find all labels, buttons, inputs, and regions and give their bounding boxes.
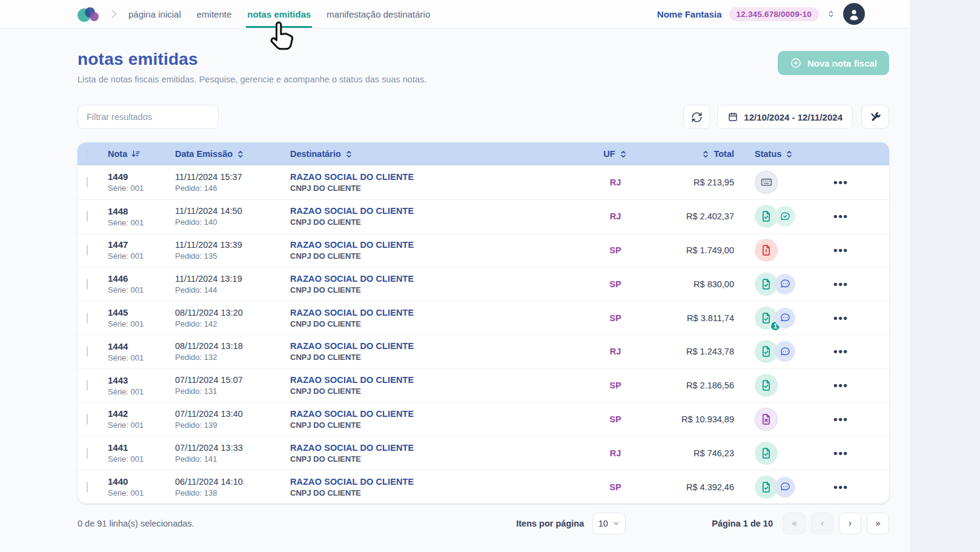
recipient-name[interactable]: RAZAO SOCIAL DO CLIENTE	[290, 409, 581, 419]
chat-dots-icon[interactable]	[775, 274, 795, 294]
recipient-name[interactable]: RAZAO SOCIAL DO CLIENTE	[290, 172, 581, 182]
row-checkbox[interactable]	[87, 414, 88, 425]
refresh-button[interactable]	[683, 105, 710, 129]
row-actions-button[interactable]: •••	[824, 348, 889, 354]
row-actions-button[interactable]: •••	[824, 281, 889, 287]
recipient-name[interactable]: RAZAO SOCIAL DO CLIENTE	[290, 206, 581, 216]
row-checkbox[interactable]	[87, 313, 88, 324]
company-cnpj-badge[interactable]: 12.345.678/0009-10	[729, 7, 819, 21]
recipient-name[interactable]: RAZAO SOCIAL DO CLIENTE	[290, 477, 581, 487]
order-number: Pedido: 141	[175, 454, 290, 464]
table-row: 1447 Série: 001 11/11/2024 13:39 Pedido:…	[78, 233, 889, 267]
doc-check-icon[interactable]	[755, 442, 778, 465]
recipient-name[interactable]: RAZAO SOCIAL DO CLIENTE	[290, 341, 581, 351]
row-checkbox[interactable]	[87, 279, 88, 290]
row-checkbox[interactable]	[87, 245, 88, 256]
table-row: 1443 Série: 001 07/11/2024 15:07 Pedido:…	[78, 368, 889, 402]
issue-datetime: 07/11/2024 15:07	[175, 375, 290, 385]
recipient-name[interactable]: RAZAO SOCIAL DO CLIENTE	[290, 308, 581, 318]
pagination: Página 1 de 10 « ‹ › »	[712, 513, 889, 534]
table-toolbar: 12/10/2024 - 12/11/2024	[78, 105, 889, 129]
column-header-data-emissao[interactable]: Data Emissão	[175, 149, 290, 159]
last-page-button[interactable]: »	[867, 513, 889, 534]
invoice-series: Série: 001	[108, 251, 175, 261]
order-number: Pedido: 140	[175, 218, 290, 227]
nav-item-pagina-inicial[interactable]: página inicial	[128, 1, 181, 27]
row-actions-button[interactable]: •••	[824, 450, 889, 456]
recipient-cnpj: CNPJ DO CLIENTE	[290, 218, 581, 227]
invoice-number: 1445	[108, 307, 175, 318]
recipient-cnpj: CNPJ DO CLIENTE	[290, 319, 581, 328]
nav-item-emitente[interactable]: emitente	[197, 1, 232, 27]
issue-datetime: 08/11/2024 13:20	[175, 308, 290, 318]
row-checkbox[interactable]	[87, 448, 88, 459]
doc-x-icon[interactable]	[755, 408, 778, 431]
filter-input[interactable]	[78, 105, 219, 129]
uf-state: RJ	[581, 211, 649, 221]
row-actions-button[interactable]: •••	[824, 416, 889, 422]
company-switcher-icon[interactable]	[826, 9, 836, 19]
table-row: 1445 Série: 001 08/11/2024 13:20 Pedido:…	[78, 301, 889, 334]
chat-check-icon[interactable]	[775, 206, 795, 227]
invoice-number: 1441	[108, 442, 175, 453]
total-amount: R$ 10.934,89	[649, 414, 746, 424]
column-header-destinatario[interactable]: Destinatário	[290, 149, 581, 159]
column-header-nota[interactable]: Nota	[108, 149, 175, 159]
uf-state: RJ	[581, 347, 649, 356]
total-amount: R$ 213,95	[649, 178, 746, 187]
row-actions-button[interactable]: •••	[824, 213, 889, 219]
status-icons	[746, 442, 824, 465]
nav-item-notas-emitidas[interactable]: notas emitidas	[247, 1, 311, 27]
invoice-number: 1449	[108, 171, 175, 182]
invoice-number: 1448	[108, 206, 175, 216]
plus-circle-icon	[790, 57, 802, 69]
row-checkbox[interactable]	[87, 380, 88, 391]
chat-dots-icon[interactable]	[775, 477, 795, 497]
row-checkbox[interactable]	[87, 177, 88, 188]
row-actions-button[interactable]: •••	[824, 382, 889, 388]
nav-item-manifestacao-destinatario[interactable]: manifestação destinatário	[326, 1, 430, 27]
user-avatar[interactable]	[843, 3, 865, 25]
row-actions-button[interactable]: •••	[824, 247, 889, 253]
recipient-name[interactable]: RAZAO SOCIAL DO CLIENTE	[290, 274, 581, 284]
row-actions-button[interactable]: •••	[824, 315, 889, 321]
row-actions-button[interactable]: •••	[824, 179, 889, 185]
invoice-number: 1446	[108, 273, 175, 284]
doc-check-icon[interactable]	[755, 374, 778, 397]
next-page-button[interactable]: ›	[839, 513, 861, 534]
keyboard-icon[interactable]	[755, 171, 778, 194]
chat-dots-icon[interactable]	[775, 341, 795, 362]
sort-icon	[619, 150, 627, 159]
main-nav: página inicial emitente notas emitidas m…	[128, 1, 430, 27]
chat-dots-icon[interactable]	[775, 308, 795, 328]
recipient-cnpj: CNPJ DO CLIENTE	[290, 251, 581, 261]
status-icons	[746, 171, 824, 194]
table-row: 1442 Série: 001 07/11/2024 13:40 Pedido:…	[78, 402, 889, 436]
items-per-page-select[interactable]: 10	[592, 513, 626, 534]
issue-datetime: 07/11/2024 13:33	[175, 443, 290, 453]
column-header-status[interactable]: Status	[746, 149, 824, 159]
doc-alert-icon[interactable]	[755, 239, 778, 262]
row-checkbox[interactable]	[87, 346, 88, 357]
items-per-page-label: Itens por página	[516, 519, 584, 528]
prev-page-button[interactable]: ‹	[811, 513, 833, 534]
tools-icon	[870, 111, 881, 123]
recipient-name[interactable]: RAZAO SOCIAL DO CLIENTE	[290, 240, 581, 250]
column-header-uf[interactable]: UF	[581, 149, 649, 159]
chevron-down-icon	[612, 519, 620, 527]
recipient-name[interactable]: RAZAO SOCIAL DO CLIENTE	[290, 375, 581, 385]
first-page-button[interactable]: «	[783, 513, 806, 534]
table-footer: 0 de 91 linha(s) selecionadas. Itens por…	[78, 511, 889, 536]
brand-logo-icon[interactable]	[78, 5, 101, 23]
row-actions-button[interactable]: •••	[824, 484, 889, 490]
recipient-name[interactable]: RAZAO SOCIAL DO CLIENTE	[290, 443, 581, 453]
row-checkbox[interactable]	[87, 211, 88, 222]
select-all-checkbox[interactable]	[87, 148, 88, 159]
new-invoice-button[interactable]: Nova nota fiscal	[778, 51, 889, 75]
row-checkbox[interactable]	[87, 482, 88, 493]
date-range-button[interactable]: 12/10/2024 - 12/11/2024	[717, 105, 853, 129]
table-settings-button[interactable]	[861, 105, 889, 129]
company-name[interactable]: Nome Fantasia	[657, 9, 722, 19]
invoice-series: Série: 001	[108, 285, 175, 294]
column-header-total[interactable]: Total	[649, 149, 746, 159]
